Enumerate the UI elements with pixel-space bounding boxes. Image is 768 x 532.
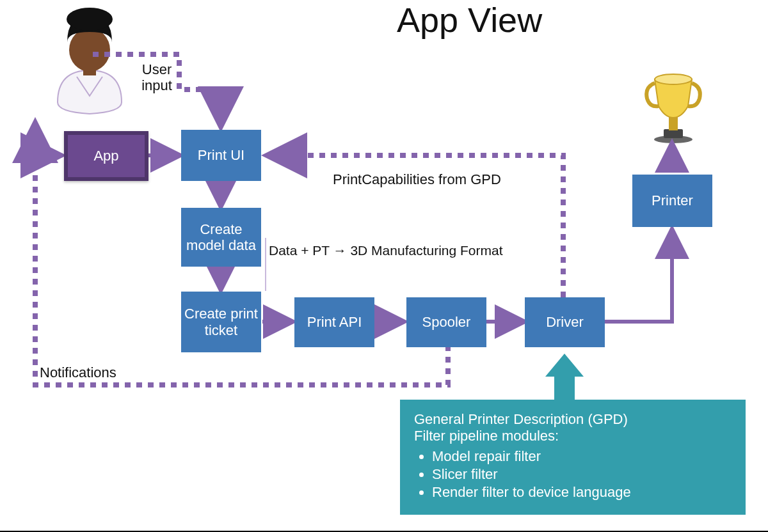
- box-create-model: Create model data: [181, 208, 261, 267]
- callout-line1: General Printer Description (GPD): [414, 411, 732, 428]
- box-create-ticket: Create print ticket: [181, 292, 261, 352]
- box-printer: Printer: [632, 175, 712, 227]
- callout-panel: General Printer Description (GPD) Filter…: [400, 400, 746, 515]
- svg-point-6: [655, 74, 692, 84]
- box-print-api: Print API: [294, 297, 374, 347]
- callout-line2: Filter pipeline modules:: [414, 428, 732, 444]
- label-user-input: User input: [128, 61, 186, 94]
- diagram-stage: App View: [0, 0, 768, 532]
- svg-point-1: [69, 28, 110, 72]
- callout-arrowhead-icon: [545, 354, 584, 377]
- svg-rect-4: [664, 129, 683, 138]
- label-notifications: Notifications: [40, 364, 116, 381]
- page-title: App View: [397, 0, 542, 40]
- callout-neck: [554, 376, 575, 402]
- label-print-caps: PrintCapabilities from GPD: [333, 171, 501, 188]
- callout-bullet: Model repair filter: [432, 448, 732, 465]
- trophy-icon: [643, 70, 704, 146]
- box-driver: Driver: [525, 297, 605, 347]
- box-app: App: [64, 131, 148, 181]
- callout-bullet: Render filter to device language: [432, 484, 732, 501]
- box-print-ui: Print UI: [181, 130, 261, 181]
- box-spooler: Spooler: [406, 297, 486, 347]
- svg-point-2: [67, 8, 113, 31]
- label-data-pt: Data + PT → 3D Manufacturing Format: [269, 243, 503, 258]
- user-icon: [48, 6, 131, 118]
- callout-bullets: Model repair filter Slicer filter Render…: [414, 448, 732, 501]
- callout-bullet: Slicer filter: [432, 466, 732, 483]
